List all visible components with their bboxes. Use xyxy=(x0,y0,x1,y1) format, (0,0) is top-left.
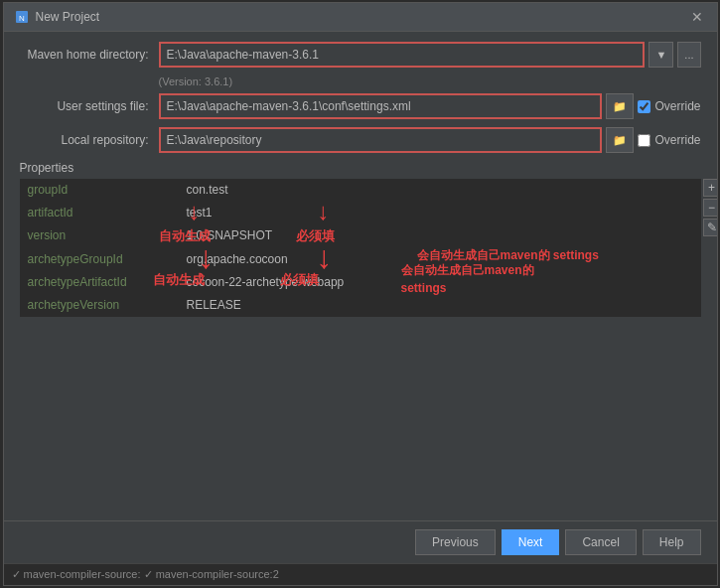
table-row: groupIdcon.test xyxy=(20,179,701,202)
new-project-icon: N xyxy=(14,9,30,25)
dialog-footer: Previous Next Cancel Help xyxy=(4,520,717,563)
local-repo-input-area: 📁 Override xyxy=(159,127,701,153)
user-settings-override-checkbox[interactable] xyxy=(638,100,650,113)
title-bar-left: N New Project xyxy=(14,9,100,25)
dialog-title: New Project xyxy=(36,10,100,24)
local-repo-row: Local repository: 📁 Override xyxy=(20,127,701,153)
prop-key: archetypeGroupId xyxy=(20,248,179,271)
status-text: ✓ maven-compiler-source: ✓ maven-compile… xyxy=(12,568,279,581)
prop-value: con.test xyxy=(179,179,701,202)
prop-key: groupId xyxy=(20,179,179,202)
local-repo-override-label: Override xyxy=(638,133,700,147)
property-actions: + − ✎ xyxy=(703,179,717,236)
user-settings-input[interactable] xyxy=(159,93,603,119)
table-row: version1.0-SNAPSHOT xyxy=(20,224,701,247)
maven-version-hint: (Version: 3.6.1) xyxy=(159,75,701,87)
properties-table-wrapper: groupIdcon.testartifactIdtest1version1.0… xyxy=(20,179,701,317)
prop-value: cocoon-22-archetype-webapp xyxy=(179,271,701,294)
prop-key: artifactId xyxy=(20,202,179,224)
maven-home-label: Maven home directory: xyxy=(20,48,159,62)
prop-key: archetypeArtifactId xyxy=(20,271,179,294)
new-project-dialog: N New Project ✕ Maven home directory: ▼ … xyxy=(3,2,718,586)
add-property-button[interactable]: + xyxy=(703,179,717,197)
table-row: artifactIdtest1 xyxy=(20,202,701,224)
edit-property-button[interactable]: ✎ xyxy=(703,219,717,236)
local-repo-override-checkbox[interactable] xyxy=(638,134,650,147)
svg-text:N: N xyxy=(19,14,25,23)
maven-home-browse[interactable]: ... xyxy=(677,42,700,68)
help-button[interactable]: Help xyxy=(643,529,701,555)
user-settings-input-area: 📁 Override xyxy=(159,93,701,119)
prop-value: RELEASE xyxy=(179,294,701,317)
user-settings-label: User settings file: xyxy=(20,99,159,113)
maven-home-input[interactable] xyxy=(159,42,646,68)
local-repo-label: Local repository: xyxy=(20,133,159,147)
properties-table: groupIdcon.testartifactIdtest1version1.0… xyxy=(20,179,701,317)
title-bar: N New Project ✕ xyxy=(4,3,717,32)
prop-value: test1 xyxy=(179,202,701,224)
main-content: Maven home directory: ▼ ... (Version: 3.… xyxy=(4,32,717,520)
properties-section: Properties groupIdcon.testartifactIdtest… xyxy=(20,161,701,317)
close-button[interactable]: ✕ xyxy=(687,9,707,25)
prop-value: 1.0-SNAPSHOT xyxy=(179,224,701,247)
table-row: archetypeArtifactIdcocoon-22-archetype-w… xyxy=(20,271,701,294)
local-repo-input[interactable] xyxy=(159,127,603,153)
local-repo-browse[interactable]: 📁 xyxy=(606,127,634,153)
prop-key: archetypeVersion xyxy=(20,294,179,317)
table-row: archetypeGroupIdorg.apache.cocoon xyxy=(20,248,701,271)
cancel-button[interactable]: Cancel xyxy=(565,529,636,555)
maven-home-dropdown[interactable]: ▼ xyxy=(648,42,673,68)
user-settings-override-label: Override xyxy=(638,99,700,113)
status-bar: ✓ maven-compiler-source: ✓ maven-compile… xyxy=(4,563,717,585)
maven-home-row: Maven home directory: ▼ ... xyxy=(20,42,701,68)
remove-property-button[interactable]: − xyxy=(703,199,717,217)
maven-home-input-area: ▼ ... xyxy=(159,42,701,68)
prop-key: version xyxy=(20,224,179,247)
user-settings-row: User settings file: 📁 Override xyxy=(20,93,701,119)
next-button[interactable]: Next xyxy=(502,529,560,555)
previous-button[interactable]: Previous xyxy=(415,529,496,555)
user-settings-browse[interactable]: 📁 xyxy=(606,93,634,119)
properties-title: Properties xyxy=(20,161,701,175)
table-row: archetypeVersionRELEASE xyxy=(20,294,701,317)
prop-value: org.apache.cocoon xyxy=(179,248,701,271)
